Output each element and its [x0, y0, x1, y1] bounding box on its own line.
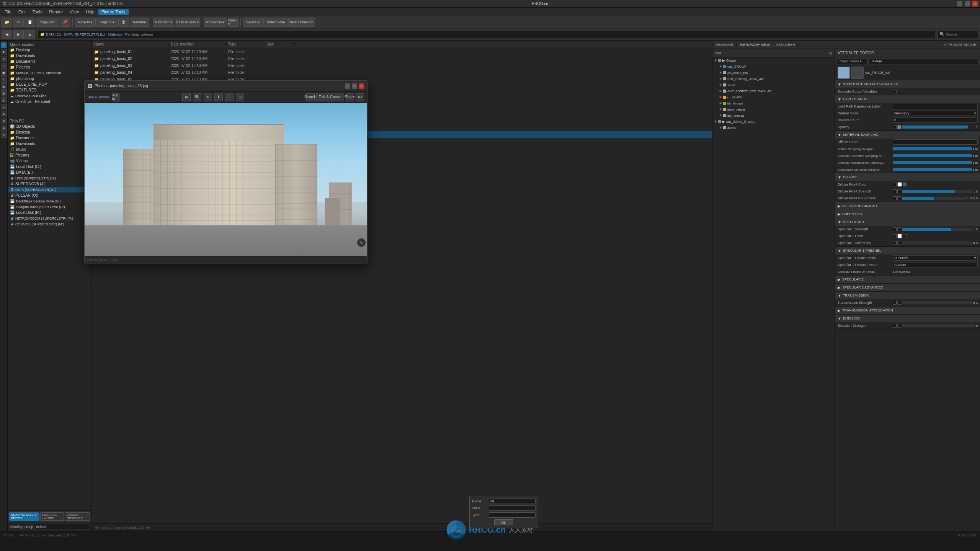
object-name-input[interactable]: texture [869, 58, 978, 64]
popup-close[interactable]: × [359, 83, 364, 89]
sidebar-item-localdisk[interactable]: 💾 Local Disk (C:) [8, 164, 91, 170]
search-btn[interactable]: Search [306, 93, 315, 101]
forward-btn[interactable]: ▶ [13, 30, 24, 39]
tool9[interactable]: ◎ [1, 97, 7, 103]
name-ok-btn[interactable]: OK [494, 519, 513, 525]
outliner-item-bld-Yoshida[interactable]: 👁 bld_Yoshida [712, 112, 835, 119]
section-export-header[interactable]: ▼ EXPORT ARGS [835, 95, 980, 103]
edit-create-btn[interactable]: Edit & Create [316, 93, 344, 101]
menu-file[interactable]: File [2, 9, 15, 15]
add-to-btn[interactable]: Add to [112, 93, 120, 101]
easy-access-btn[interactable]: Easy access ▾ [175, 18, 200, 27]
shading-layer-tab[interactable]: SHADING LAYER EDITOR [9, 512, 39, 521]
section-emission-header[interactable]: ▼ EMISSION [835, 315, 980, 322]
file-row[interactable]: 📁paneling_basic_03 2020-07-02 12:13 AM F… [92, 62, 712, 69]
emission-map[interactable] [897, 324, 901, 328]
sidebar-item-downloads2[interactable]: 📁 Downloads [8, 141, 91, 147]
sidebar-item-textures[interactable]: 📁 TEXTURES [8, 87, 91, 93]
sidebar-item-docs2[interactable]: 📁 Documents [8, 135, 91, 141]
delete-btn[interactable]: 🗑 [118, 18, 129, 27]
select-all-btn[interactable]: Select all [243, 18, 264, 27]
diffuse-str-slider[interactable] [902, 190, 972, 193]
sidebar-item-music[interactable]: 🎵 Music [8, 147, 91, 152]
minimize-button[interactable]: − [957, 1, 962, 7]
select-none-btn[interactable]: Select none [265, 18, 287, 27]
sidebar-item-pictures[interactable]: 📁 Pictures [8, 64, 91, 70]
address-bar[interactable]: 📁 DATA (C:) › DATA (SUPERCLSTR) (L:) › M… [38, 31, 935, 38]
sidebar-item-onedrive[interactable]: ☁ OneDrive - Personal [8, 99, 91, 104]
visibility-icon[interactable]: 👁 [719, 77, 722, 81]
sidebar-item-blue-line[interactable]: 📁 BLUE_LINE_POP [8, 82, 91, 87]
file-row[interactable]: 📁paneling_basic_02 2020-07-02 12:13 AM F… [92, 55, 712, 62]
outliner-item-refinery[interactable]: 👁 CUT_Refinery_LOOK_v02 [712, 76, 835, 82]
sidebar-item-data-l[interactable]: 🖥 DATA (SUPERCLSTR) (L:) [8, 187, 91, 192]
outliner-group[interactable]: 👁 ▶ Group [712, 57, 835, 64]
move-tool[interactable]: ✚ [1, 49, 7, 55]
diffuse-rough-map[interactable] [897, 196, 901, 200]
sidebar-item-desktop2[interactable]: 📁 Desktop [8, 129, 91, 135]
visibility-icon[interactable]: 👁 [719, 108, 722, 111]
spec1-link[interactable] [893, 234, 897, 238]
rotate-btn[interactable]: ↻ [204, 93, 212, 101]
diffuse-rough-slider[interactable] [902, 197, 966, 200]
bounds-count-input[interactable]: 0 [893, 117, 978, 123]
section-spec1-fresnel-header[interactable]: ▼ SPECULAR 1 FRESNEL [835, 247, 980, 254]
popup-maximize[interactable]: □ [352, 83, 357, 89]
spec1-str-slider[interactable] [902, 228, 972, 231]
opacity-link-btn[interactable] [893, 125, 897, 129]
menu-view[interactable]: View [67, 9, 82, 15]
tool6[interactable]: ✎ [1, 77, 7, 83]
outliner-item-bldm[interactable]: 👁 bldm_default [712, 106, 835, 112]
share-btn[interactable]: Share [346, 93, 354, 101]
rename-btn[interactable]: Rename [130, 18, 149, 27]
visibility-icon[interactable]: 👁 [719, 114, 722, 117]
evaluate-output-checkbox[interactable] [893, 90, 897, 93]
visibility-icon[interactable]: 👁 [719, 83, 722, 87]
tool12[interactable]: ⊕ [1, 118, 7, 124]
tool8[interactable]: ⊟ [1, 90, 7, 96]
sidebar-item-fusefx[interactable]: 📁 FuseFX_TC_NYC_Animation [8, 70, 91, 76]
search-input[interactable] [946, 33, 977, 36]
section-spec1-header[interactable]: ▼ SPECULAR 1 [835, 218, 980, 226]
sidebar-item-cosmos[interactable]: 🖥 COSMOS (SUPERCLSTR) (M:) [8, 221, 91, 227]
zoom-level-btn[interactable]: ⊡ [236, 93, 244, 101]
trans-link[interactable] [893, 301, 897, 305]
spec1-color-swatch[interactable] [897, 234, 902, 238]
zoom-in-btn[interactable]: 🔍 [193, 93, 201, 101]
sidebar-item-photoshop[interactable]: 📁 photoshop [8, 76, 91, 82]
diffuse-str-link[interactable] [893, 189, 897, 193]
copy-btn[interactable]: 📋 [24, 18, 35, 27]
tab-browser[interactable]: BROWSER [712, 43, 737, 47]
outliner-item-debris[interactable]: 👁 ▶ cut_debris_Groups [712, 119, 835, 125]
spec-ref-slider[interactable] [893, 154, 972, 157]
section-sheen-header[interactable]: ▶ SHEEN SSS [835, 210, 980, 218]
type-field[interactable] [489, 512, 536, 518]
sidebar-item-creative-cloud[interactable]: ☁ Creative Cloud Files [8, 93, 91, 99]
menu-help[interactable]: Help [83, 9, 98, 15]
diffuse-depth-input[interactable] [893, 139, 978, 145]
diffuse-link[interactable] [893, 183, 897, 186]
rotate-tool[interactable]: ↻ [1, 56, 7, 62]
outliner-item-cut-real[interactable]: 👁 cut_colour_real [712, 70, 835, 76]
texture-thumbnail[interactable] [838, 67, 850, 79]
outliner-item-bld[interactable]: 👁 bld_Groups [712, 100, 835, 106]
paste-btn[interactable]: 📌 [60, 18, 70, 27]
diffuse-map-btn[interactable] [903, 183, 906, 186]
spec1-str-map[interactable] [897, 227, 901, 231]
visibility-icon[interactable]: 👁 [719, 126, 722, 130]
tool11[interactable]: ⊗ [1, 111, 7, 117]
spec1-str-link[interactable] [893, 227, 897, 231]
normal-mode-dropdown[interactable]: Geometry▾ [893, 111, 978, 116]
search-bar[interactable]: 🔍 [938, 31, 978, 38]
edit-pencil-btn[interactable]: ✎ [357, 238, 366, 247]
outliner-item-cut-group[interactable]: 👁 cut_GROUP [712, 64, 835, 70]
sidebar-item-3dobjects[interactable]: 🎲 3D Objects [8, 124, 91, 129]
file-row[interactable]: 📁paneling_basic_04 2020-07-02 12:13 AM F… [92, 69, 712, 76]
menu-tools[interactable]: Tools [29, 9, 46, 15]
spec1-aniso-link[interactable] [893, 241, 897, 245]
shader-designer-tab[interactable]: SHADER DESIGNER [65, 512, 90, 521]
menu-edit[interactable]: Edit [15, 9, 29, 15]
properties-btn[interactable]: Properties ▾ [204, 18, 227, 27]
tab-attribute-editor[interactable]: ATTRIBUTE EDITOR [941, 43, 980, 47]
visibility-icon[interactable]: 👁 [714, 120, 717, 124]
